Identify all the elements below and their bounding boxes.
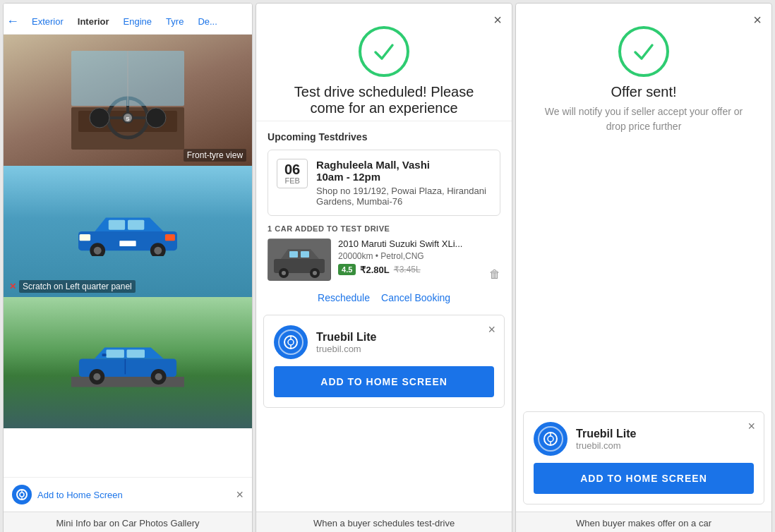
panel1-caption: Mini Info bar on Car Photos Gallery bbox=[4, 512, 252, 532]
success-icon-wrap-2 bbox=[256, 26, 512, 77]
modal-close-2[interactable]: × bbox=[493, 12, 502, 28]
car-price-row: 4.5 ₹2.80L ₹3.45L bbox=[338, 264, 482, 275]
modal-subtitle-3: We will notify you if seller accept your… bbox=[516, 104, 771, 134]
testdrive-info: Raghuleela Mall, Vashi 10am - 12pm Shop … bbox=[316, 159, 491, 207]
testdrive-time: 10am - 12pm bbox=[316, 171, 491, 183]
banner-url-2: truebil.com bbox=[316, 344, 376, 354]
truebil-banner-3: × Truebil Lite truebil.com ADD TO HOME S… bbox=[523, 411, 764, 504]
testdrive-address: Shop no 191/192, Powai Plaza, Hirandani … bbox=[316, 186, 491, 207]
date-month: FEB bbox=[284, 176, 299, 185]
svg-point-42 bbox=[282, 271, 286, 275]
spacer-3 bbox=[516, 147, 771, 411]
car-item: 2010 Maruti Suzuki Swift XLi... 20000km … bbox=[256, 238, 512, 289]
price-old: ₹3.45L bbox=[394, 265, 421, 274]
tab-interior[interactable]: Interior bbox=[71, 12, 116, 31]
svg-point-44 bbox=[313, 271, 317, 275]
modal-close-3[interactable]: × bbox=[753, 12, 762, 28]
date-day: 06 bbox=[284, 162, 300, 176]
rating-badge: 4.5 bbox=[338, 264, 356, 275]
info-bar-close[interactable]: × bbox=[236, 488, 244, 502]
car-details: 2010 Maruti Suzuki Swift XLi... 20000km … bbox=[338, 238, 482, 275]
svg-rect-15 bbox=[128, 220, 144, 230]
photo-blue-front: ✕ Scratch on Left quarter panel bbox=[4, 166, 252, 297]
scratch-label: ✕ Scratch on Left quarter panel bbox=[9, 280, 136, 293]
tab-engine[interactable]: Engine bbox=[116, 12, 159, 31]
svg-rect-25 bbox=[107, 349, 124, 358]
banner-close-3[interactable]: × bbox=[747, 419, 755, 434]
panel2-caption: When a buyer schedules test-drive bbox=[256, 512, 512, 532]
reschedule-link[interactable]: Reschedule bbox=[318, 292, 370, 303]
svg-point-19 bbox=[154, 247, 162, 255]
car-delete-icon[interactable]: 🗑 bbox=[489, 268, 500, 281]
svg-point-46 bbox=[288, 339, 294, 345]
svg-rect-21 bbox=[165, 234, 175, 241]
svg-point-34 bbox=[20, 492, 24, 497]
svg-point-9 bbox=[90, 108, 109, 128]
car-meta: 20000km • Petrol,CNG bbox=[338, 251, 482, 261]
panel3-caption: When buyer makes offer on a car bbox=[516, 512, 771, 532]
svg-rect-26 bbox=[127, 349, 145, 358]
truebil-banner-2: × Truebil Lite truebil.com ADD TO HOME S… bbox=[263, 315, 505, 408]
svg-rect-14 bbox=[109, 220, 125, 230]
panel-offer: × Offer sent! We will notify you if sell… bbox=[515, 3, 772, 532]
add-to-home-button-2[interactable]: ADD TO HOME SCREEN bbox=[274, 366, 494, 397]
photo-interior: S Front-tyre view bbox=[4, 35, 252, 166]
svg-rect-32 bbox=[102, 353, 107, 356]
info-bar-left: Add to Home Screen bbox=[12, 485, 123, 504]
svg-point-30 bbox=[155, 373, 162, 380]
cancel-booking-link[interactable]: Cancel Booking bbox=[381, 292, 450, 303]
truebil-logo-inner-3 bbox=[538, 426, 563, 452]
tab-more[interactable]: De... bbox=[191, 12, 224, 31]
svg-point-28 bbox=[93, 373, 100, 380]
modal-title-bold-3: Offer sent! bbox=[611, 84, 677, 99]
banner-top-3: Truebil Lite truebil.com bbox=[534, 422, 754, 456]
truebil-logo-2 bbox=[274, 325, 308, 359]
tab-tyre[interactable]: Tyre bbox=[159, 12, 191, 31]
truebil-small-icon bbox=[12, 485, 32, 504]
banner-url-3: truebil.com bbox=[576, 440, 636, 451]
svg-rect-40 bbox=[301, 251, 309, 258]
svg-point-17 bbox=[94, 247, 102, 255]
svg-text:S: S bbox=[126, 116, 130, 122]
testdrive-location: Raghuleela Mall, Vashi bbox=[316, 159, 491, 171]
success-icon-wrap-3 bbox=[516, 26, 771, 77]
svg-rect-22 bbox=[119, 241, 136, 246]
back-arrow[interactable]: ← bbox=[6, 14, 19, 29]
banner-text-2: Truebil Lite truebil.com bbox=[316, 331, 376, 354]
photo-blue-side bbox=[4, 297, 252, 428]
photo-label-interior: Front-tyre view bbox=[184, 149, 246, 162]
price-new: ₹2.80L bbox=[360, 265, 389, 275]
tab-exterior[interactable]: Exterior bbox=[25, 12, 71, 31]
cars-added-label: 1 CAR ADDED TO TEST DRIVE bbox=[256, 224, 512, 238]
svg-rect-39 bbox=[289, 251, 298, 258]
info-bar-text[interactable]: Add to Home Screen bbox=[37, 490, 123, 500]
modal-title-bold-2: Test drive scheduled! bbox=[294, 84, 427, 99]
panel-car-photos: ← Exterior Interior Engine Tyre De... bbox=[3, 3, 253, 532]
banner-close-2[interactable]: × bbox=[488, 322, 496, 337]
modal-title-2: Test drive scheduled! Please come for an… bbox=[256, 84, 512, 116]
testdrive-card: 06 FEB Raghuleela Mall, Vashi 10am - 12p… bbox=[268, 150, 500, 216]
car-name: 2010 Maruti Suzuki Swift XLi... bbox=[338, 238, 482, 249]
svg-point-10 bbox=[146, 108, 166, 128]
car-thumbnail bbox=[268, 238, 331, 281]
banner-name-3: Truebil Lite bbox=[576, 428, 636, 440]
truebil-logo-inner-2 bbox=[278, 330, 304, 355]
add-to-home-button-3[interactable]: ADD TO HOME SCREEN bbox=[534, 463, 754, 494]
success-circle-2 bbox=[359, 26, 409, 77]
panel-testdrive: × Test drive scheduled! Please come for … bbox=[256, 3, 512, 532]
svg-point-50 bbox=[548, 436, 553, 442]
action-row: Reschedule Cancel Booking bbox=[256, 289, 512, 315]
section-label: Upcoming Testdrives bbox=[256, 121, 512, 143]
car-photos-list: S Front-tyre view bbox=[4, 35, 252, 477]
info-bar: Add to Home Screen × bbox=[4, 477, 252, 512]
truebil-logo-3 bbox=[534, 422, 567, 456]
modal-title-3: Offer sent! bbox=[516, 84, 771, 100]
nav-tabs: ← Exterior Interior Engine Tyre De... bbox=[4, 4, 252, 35]
banner-name-2: Truebil Lite bbox=[316, 331, 376, 344]
success-circle-3 bbox=[618, 26, 669, 77]
svg-rect-20 bbox=[80, 234, 91, 241]
banner-top-2: Truebil Lite truebil.com bbox=[274, 325, 494, 359]
date-badge: 06 FEB bbox=[277, 159, 308, 188]
banner-text-3: Truebil Lite truebil.com bbox=[576, 428, 636, 451]
svg-rect-23 bbox=[71, 377, 184, 387]
